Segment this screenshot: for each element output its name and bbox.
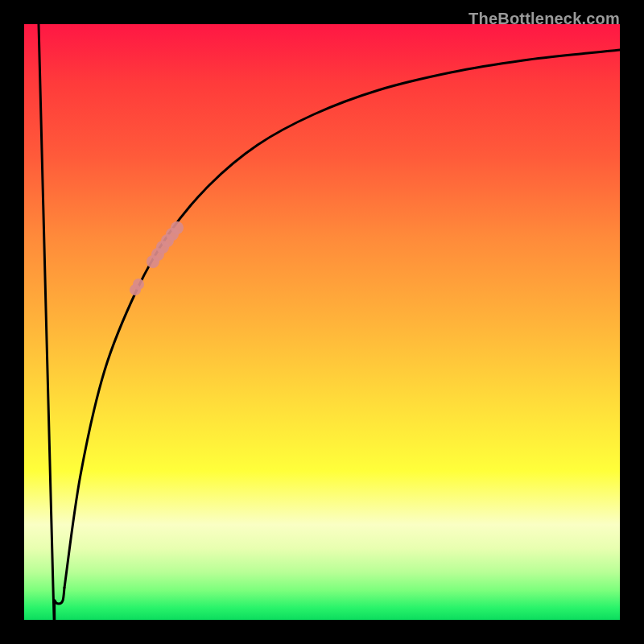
curve-svg bbox=[24, 24, 620, 620]
watermark-text: TheBottleneck.com bbox=[469, 10, 620, 28]
marker-point bbox=[133, 279, 144, 290]
marker-point bbox=[171, 221, 184, 234]
curve-curve-left bbox=[39, 24, 64, 620]
chart-frame: TheBottleneck.com bbox=[0, 0, 644, 644]
plot-area bbox=[24, 24, 620, 620]
curve-curve-right bbox=[64, 50, 620, 588]
